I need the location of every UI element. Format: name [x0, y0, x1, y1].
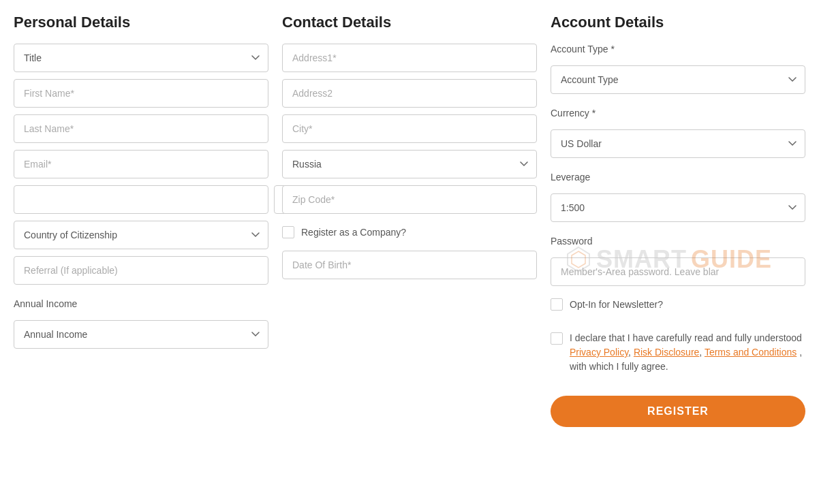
terms-link[interactable]: Terms and Conditions: [705, 347, 797, 358]
personal-fields: Title Mr Mrs Ms Dr 7 Country of Citizens…: [14, 44, 268, 349]
password-input[interactable]: [551, 257, 805, 286]
email-input[interactable]: [14, 150, 268, 178]
first-name-input[interactable]: [14, 79, 268, 108]
register-company-label[interactable]: Register as a Company?: [301, 227, 406, 238]
account-details-column: Account Details Account Type * Account T…: [551, 14, 805, 427]
declare-checkbox[interactable]: [551, 332, 563, 345]
annual-income-select[interactable]: Annual Income Less than $10,000 $10,000 …: [14, 320, 268, 349]
last-name-input[interactable]: [14, 114, 268, 143]
declare-text: I declare that I have carefully read and…: [570, 331, 805, 374]
title-select[interactable]: Title Mr Mrs Ms Dr: [14, 44, 268, 72]
account-fields: Account Type * Account Type Standard Pre…: [551, 44, 805, 427]
zip-input[interactable]: [282, 185, 537, 214]
leverage-label: Leverage: [551, 172, 805, 183]
contact-details-title: Contact Details: [282, 14, 537, 31]
contact-details-column: Contact Details Russia United States Uni…: [282, 14, 537, 427]
leverage-select[interactable]: 1:500 1:400 1:300 1:200 1:100: [551, 193, 805, 222]
date-of-birth-input[interactable]: [282, 251, 537, 279]
currency-label: Currency *: [551, 108, 805, 119]
privacy-policy-link[interactable]: Privacy Policy: [570, 347, 628, 358]
referral-input[interactable]: [14, 256, 268, 285]
register-button[interactable]: REGISTER: [551, 396, 805, 427]
register-company-row: Register as a Company?: [282, 226, 537, 238]
phone-row: 7: [14, 185, 268, 214]
annual-income-label: Annual Income: [14, 298, 268, 309]
account-details-title: Account Details: [551, 14, 805, 31]
personal-details-title: Personal Details: [14, 14, 268, 31]
password-label: Password: [551, 236, 805, 247]
register-company-checkbox[interactable]: [282, 226, 294, 238]
newsletter-row: Opt-In for Newsletter?: [551, 298, 805, 311]
declare-prefix: I declare that I have carefully read and…: [570, 332, 802, 343]
city-input[interactable]: [282, 114, 537, 143]
newsletter-label[interactable]: Opt-In for Newsletter?: [570, 299, 663, 310]
phone-prefix-input[interactable]: 7: [14, 185, 268, 214]
account-type-select[interactable]: Account Type Standard Premium VIP: [551, 65, 805, 94]
risk-disclosure-link[interactable]: Risk Disclosure: [634, 347, 699, 358]
personal-details-column: Personal Details Title Mr Mrs Ms Dr 7 Co…: [14, 14, 268, 427]
account-type-label: Account Type *: [551, 44, 805, 54]
declare-row: I declare that I have carefully read and…: [551, 331, 805, 374]
newsletter-checkbox[interactable]: [551, 298, 563, 311]
contact-fields: Russia United States United Kingdom Germ…: [282, 44, 537, 279]
address2-input[interactable]: [282, 79, 537, 108]
currency-select[interactable]: US Dollar Euro GBP: [551, 129, 805, 158]
address1-input[interactable]: [282, 44, 537, 72]
citizenship-select[interactable]: Country of Citizenship Afghanistan Alban…: [14, 221, 268, 249]
country-select[interactable]: Russia United States United Kingdom Germ…: [282, 150, 537, 178]
